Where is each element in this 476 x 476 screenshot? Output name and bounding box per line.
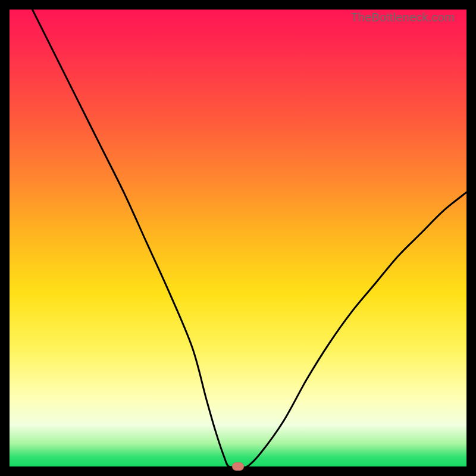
chart-frame: TheBottleneck.com — [0, 0, 476, 476]
optimal-point-marker — [232, 462, 244, 471]
chart-plot-area: TheBottleneck.com — [10, 10, 466, 466]
curve-path — [32, 10, 466, 466]
bottleneck-curve — [10, 10, 466, 466]
